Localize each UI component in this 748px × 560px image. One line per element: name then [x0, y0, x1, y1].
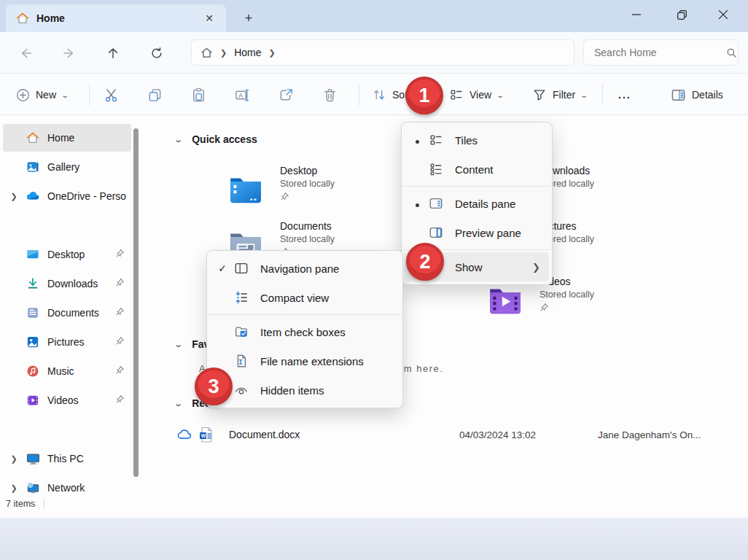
copy-button[interactable]: [141, 81, 168, 109]
submenu-item-navigation-pane[interactable]: ✓ Navigation pane: [207, 254, 402, 283]
details-button[interactable]: Details: [665, 81, 729, 109]
tab-close-button[interactable]: ✕: [200, 9, 219, 28]
onedrive-icon: [25, 189, 41, 203]
sidebar-item-label: Desktop: [47, 249, 115, 260]
refresh-button[interactable]: [146, 42, 168, 64]
new-tab-button[interactable]: +: [239, 9, 258, 28]
sidebar-item-downloads[interactable]: Downloads: [3, 270, 131, 298]
tab-title: Home: [36, 12, 200, 24]
search-box[interactable]: [583, 39, 739, 66]
sidebar-item-onedrive[interactable]: ❯ OneDrive - Perso: [3, 182, 131, 210]
chevron-right-icon[interactable]: ❯: [3, 454, 25, 464]
sidebar-item-network[interactable]: ❯ Network: [3, 474, 131, 502]
check-icon: ✓: [211, 262, 233, 274]
cut-button[interactable]: [98, 81, 125, 109]
sidebar-item-gallery[interactable]: Gallery: [3, 153, 131, 181]
home-icon: [200, 47, 213, 59]
menu-item-content[interactable]: Content: [402, 155, 552, 184]
compact-view-icon: [233, 290, 249, 305]
file-row-document[interactable]: W Document.docx 04/03/2024 13:02 Jane Da…: [175, 422, 736, 447]
sidebar-item-this-pc[interactable]: ❯ This PC: [3, 445, 131, 472]
step-badge-2: 2: [406, 243, 444, 281]
minimize-icon: [632, 10, 641, 19]
cloud-status-icon: [175, 427, 194, 443]
restore-button[interactable]: [665, 0, 698, 29]
chevron-right-icon[interactable]: ❯: [3, 483, 25, 493]
pictures-icon: [25, 335, 41, 349]
sidebar-item-music[interactable]: Music: [3, 357, 131, 385]
sidebar-item-label: Pictures: [47, 336, 115, 348]
chevron-down-icon[interactable]: ⌄: [174, 399, 184, 408]
file-modified-date: 04/03/2024 13:02: [459, 429, 536, 440]
step-number: 2: [419, 251, 430, 273]
share-button[interactable]: [273, 81, 300, 109]
sidebar-item-home[interactable]: Home: [3, 124, 131, 152]
menu-item-label: Show: [455, 261, 532, 273]
pin-icon: [539, 302, 594, 315]
status-bar: 7 items: [6, 499, 44, 509]
filter-button[interactable]: Filter ⌄: [526, 81, 593, 109]
item-check-boxes-icon: [233, 324, 249, 339]
search-input[interactable]: [594, 47, 726, 58]
taskbar: 13:55 02/03/2025: [0, 518, 748, 560]
paste-button[interactable]: [185, 81, 212, 109]
show-submenu: ✓ Navigation pane Compact view Item chec…: [206, 250, 403, 408]
step-number: 1: [418, 85, 429, 107]
new-button[interactable]: New ⌄: [10, 81, 74, 109]
toolbar-separator: [359, 84, 359, 106]
file-owner: Jane Dagenham's On...: [598, 429, 701, 440]
tile-name: Documents: [280, 220, 335, 232]
submenu-item-file-name-extensions[interactable]: File name extensions: [207, 346, 402, 376]
up-button[interactable]: [102, 42, 124, 64]
address-bar[interactable]: ❯ Home ❯: [191, 39, 574, 66]
breadcrumb[interactable]: Home: [234, 47, 261, 58]
minimize-button[interactable]: [620, 0, 653, 29]
sidebar-item-pictures[interactable]: Pictures: [3, 328, 131, 356]
menu-item-tiles[interactable]: Tiles: [402, 125, 552, 155]
share-icon: [278, 88, 294, 103]
filter-button-label: Filter: [553, 89, 575, 101]
sidebar-item-label: This PC: [47, 453, 131, 464]
step-number: 3: [208, 376, 219, 398]
chevron-down-icon[interactable]: ⌄: [174, 135, 184, 144]
see-more-button[interactable]: ...: [612, 81, 637, 109]
pin-icon: [115, 307, 127, 319]
chevron-right-icon[interactable]: ❯: [3, 192, 25, 201]
desktop-folder-icon: [227, 163, 264, 216]
submenu-item-hidden-items[interactable]: Hidden items: [207, 376, 402, 405]
sidebar-item-documents[interactable]: Documents: [3, 299, 131, 327]
section-quick-access[interactable]: ⌄ Quick access: [175, 133, 257, 145]
sidebar-item-label: Gallery: [47, 161, 131, 173]
menu-item-label: Details pane: [455, 198, 548, 210]
menu-item-details-pane[interactable]: Details pane: [402, 189, 552, 218]
sidebar-item-label: OneDrive - Perso: [47, 190, 131, 202]
file-explorer-window: Home ✕ + ❯ Home: [0, 0, 748, 518]
trash-icon: [322, 88, 338, 103]
pin-icon: [115, 249, 127, 260]
back-button[interactable]: [15, 42, 36, 64]
step-badge-3: 3: [195, 368, 233, 405]
tile-name: Desktop: [280, 165, 335, 176]
close-button[interactable]: [706, 0, 740, 29]
sidebar-item-videos[interactable]: Videos: [3, 386, 131, 414]
chevron-down-icon[interactable]: ⌄: [174, 340, 184, 349]
tab-home[interactable]: Home ✕: [6, 4, 226, 32]
pin-icon: [115, 394, 127, 406]
rename-button[interactable]: A: [229, 81, 256, 109]
submenu-item-item-check-boxes[interactable]: Item check boxes: [207, 317, 402, 346]
status-separator: [44, 499, 44, 509]
chevron-down-icon: ⌄: [580, 91, 588, 99]
menu-separator: [402, 186, 551, 187]
forward-button[interactable]: [58, 42, 80, 64]
sidebar-item-desktop[interactable]: Desktop: [3, 241, 131, 268]
menu-item-label: Item check boxes: [260, 326, 398, 338]
tiles-view-icon: [428, 133, 444, 147]
file-name: Document.docx: [229, 429, 423, 440]
section-label: Quick access: [192, 133, 257, 145]
submenu-item-compact-view[interactable]: Compact view: [207, 283, 402, 312]
menu-item-label: Hidden items: [260, 384, 398, 397]
view-button[interactable]: View ⌄: [443, 81, 509, 109]
item-count: 7 items: [6, 499, 35, 509]
sidebar-scrollbar[interactable]: [133, 128, 139, 477]
delete-button[interactable]: [316, 81, 343, 109]
